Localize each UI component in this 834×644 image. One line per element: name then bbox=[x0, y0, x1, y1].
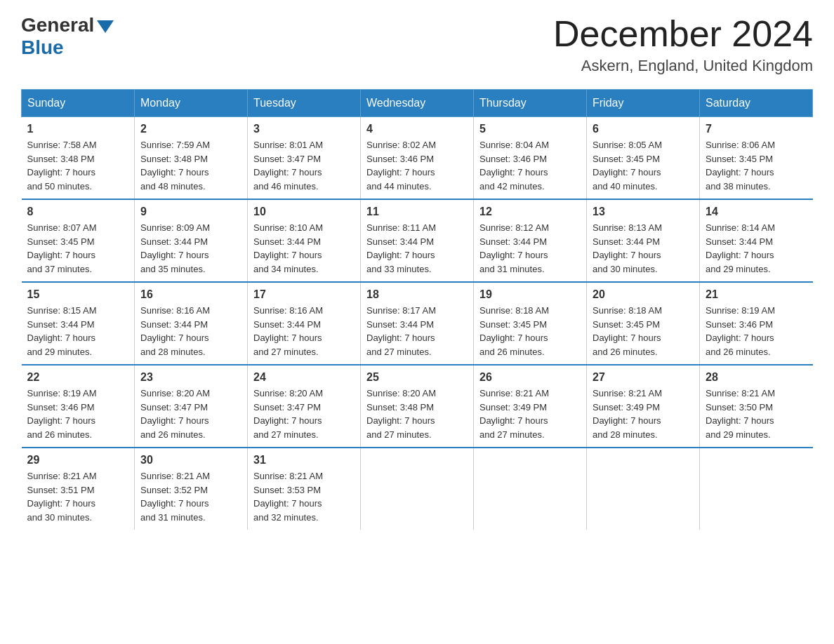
calendar-cell: 14 Sunrise: 8:14 AMSunset: 3:44 PMDaylig… bbox=[700, 199, 813, 282]
day-number: 16 bbox=[140, 288, 241, 301]
logo-general-text: General bbox=[21, 14, 94, 36]
day-number: 11 bbox=[366, 206, 468, 218]
day-info: Sunrise: 8:18 AMSunset: 3:45 PMDaylight:… bbox=[593, 305, 662, 357]
day-number: 21 bbox=[706, 288, 807, 301]
calendar-cell: 26 Sunrise: 8:21 AMSunset: 3:49 PMDaylig… bbox=[474, 365, 587, 448]
calendar-cell: 18 Sunrise: 8:17 AMSunset: 3:44 PMDaylig… bbox=[361, 282, 474, 365]
day-number: 8 bbox=[27, 206, 129, 218]
day-number: 14 bbox=[706, 206, 807, 218]
day-number: 18 bbox=[366, 288, 468, 301]
day-number: 12 bbox=[479, 206, 581, 218]
calendar-cell: 3 Sunrise: 8:01 AMSunset: 3:47 PMDayligh… bbox=[248, 117, 361, 200]
day-number: 22 bbox=[27, 371, 129, 384]
calendar-week-row: 8 Sunrise: 8:07 AMSunset: 3:45 PMDayligh… bbox=[22, 199, 813, 282]
calendar-cell: 6 Sunrise: 8:05 AMSunset: 3:45 PMDayligh… bbox=[587, 117, 700, 200]
calendar-cell: 1 Sunrise: 7:58 AMSunset: 3:48 PMDayligh… bbox=[22, 117, 135, 200]
day-number: 26 bbox=[479, 371, 581, 384]
day-info: Sunrise: 8:18 AMSunset: 3:45 PMDaylight:… bbox=[479, 305, 549, 357]
logo: General Blue bbox=[21, 14, 114, 59]
day-info: Sunrise: 8:19 AMSunset: 3:46 PMDaylight:… bbox=[27, 388, 97, 440]
calendar-cell: 30 Sunrise: 8:21 AMSunset: 3:52 PMDaylig… bbox=[135, 448, 248, 530]
calendar-cell: 23 Sunrise: 8:20 AMSunset: 3:47 PMDaylig… bbox=[135, 365, 248, 448]
calendar-table: SundayMondayTuesdayWednesdayThursdayFrid… bbox=[21, 89, 813, 530]
calendar-title: December 2024 bbox=[553, 14, 813, 54]
calendar-cell: 5 Sunrise: 8:04 AMSunset: 3:46 PMDayligh… bbox=[474, 117, 587, 200]
weekday-header-sunday: Sunday bbox=[22, 90, 135, 117]
calendar-cell: 24 Sunrise: 8:20 AMSunset: 3:47 PMDaylig… bbox=[248, 365, 361, 448]
calendar-cell: 17 Sunrise: 8:16 AMSunset: 3:44 PMDaylig… bbox=[248, 282, 361, 365]
calendar-week-row: 22 Sunrise: 8:19 AMSunset: 3:46 PMDaylig… bbox=[22, 365, 813, 448]
calendar-subtitle: Askern, England, United Kingdom bbox=[553, 57, 813, 75]
day-number: 29 bbox=[27, 454, 129, 467]
calendar-cell bbox=[587, 448, 700, 530]
day-info: Sunrise: 8:19 AMSunset: 3:46 PMDaylight:… bbox=[706, 305, 775, 357]
day-info: Sunrise: 8:16 AMSunset: 3:44 PMDaylight:… bbox=[253, 305, 323, 357]
calendar-cell: 4 Sunrise: 8:02 AMSunset: 3:46 PMDayligh… bbox=[361, 117, 474, 200]
day-info: Sunrise: 8:13 AMSunset: 3:44 PMDaylight:… bbox=[593, 222, 662, 274]
day-info: Sunrise: 8:07 AMSunset: 3:45 PMDaylight:… bbox=[27, 222, 97, 274]
day-info: Sunrise: 7:58 AMSunset: 3:48 PMDaylight:… bbox=[27, 140, 97, 192]
title-section: December 2024 Askern, England, United Ki… bbox=[553, 14, 813, 75]
day-info: Sunrise: 8:20 AMSunset: 3:48 PMDaylight:… bbox=[366, 388, 436, 440]
weekday-header-tuesday: Tuesday bbox=[248, 90, 361, 117]
day-number: 24 bbox=[253, 371, 355, 384]
day-info: Sunrise: 8:21 AMSunset: 3:51 PMDaylight:… bbox=[27, 471, 97, 523]
day-number: 25 bbox=[366, 371, 468, 384]
day-info: Sunrise: 8:21 AMSunset: 3:49 PMDaylight:… bbox=[479, 388, 549, 440]
day-info: Sunrise: 8:09 AMSunset: 3:44 PMDaylight:… bbox=[140, 222, 210, 274]
calendar-cell: 31 Sunrise: 8:21 AMSunset: 3:53 PMDaylig… bbox=[248, 448, 361, 530]
logo-text: General bbox=[21, 14, 114, 36]
calendar-cell: 21 Sunrise: 8:19 AMSunset: 3:46 PMDaylig… bbox=[700, 282, 813, 365]
day-info: Sunrise: 8:20 AMSunset: 3:47 PMDaylight:… bbox=[253, 388, 323, 440]
weekday-header-thursday: Thursday bbox=[474, 90, 587, 117]
calendar-cell: 9 Sunrise: 8:09 AMSunset: 3:44 PMDayligh… bbox=[135, 199, 248, 282]
weekday-header-wednesday: Wednesday bbox=[361, 90, 474, 117]
page-header: General Blue December 2024 Askern, Engla… bbox=[21, 14, 813, 75]
day-number: 7 bbox=[706, 123, 807, 135]
day-info: Sunrise: 8:01 AMSunset: 3:47 PMDaylight:… bbox=[253, 140, 323, 192]
day-number: 4 bbox=[366, 123, 468, 135]
day-number: 30 bbox=[140, 454, 241, 467]
weekday-header-saturday: Saturday bbox=[700, 90, 813, 117]
calendar-cell: 15 Sunrise: 8:15 AMSunset: 3:44 PMDaylig… bbox=[22, 282, 135, 365]
day-number: 15 bbox=[27, 288, 129, 301]
day-number: 5 bbox=[479, 123, 581, 135]
day-number: 2 bbox=[140, 123, 241, 135]
day-number: 31 bbox=[253, 454, 355, 467]
day-number: 28 bbox=[706, 371, 807, 384]
calendar-cell: 19 Sunrise: 8:18 AMSunset: 3:45 PMDaylig… bbox=[474, 282, 587, 365]
day-number: 27 bbox=[593, 371, 694, 384]
day-info: Sunrise: 7:59 AMSunset: 3:48 PMDaylight:… bbox=[140, 140, 210, 192]
calendar-week-row: 15 Sunrise: 8:15 AMSunset: 3:44 PMDaylig… bbox=[22, 282, 813, 365]
calendar-cell: 16 Sunrise: 8:16 AMSunset: 3:44 PMDaylig… bbox=[135, 282, 248, 365]
day-number: 6 bbox=[593, 123, 694, 135]
calendar-cell: 11 Sunrise: 8:11 AMSunset: 3:44 PMDaylig… bbox=[361, 199, 474, 282]
day-number: 13 bbox=[593, 206, 694, 218]
logo-blue-text: Blue bbox=[21, 36, 64, 59]
day-number: 10 bbox=[253, 206, 355, 218]
weekday-header-row: SundayMondayTuesdayWednesdayThursdayFrid… bbox=[22, 90, 813, 117]
weekday-header-friday: Friday bbox=[587, 90, 700, 117]
calendar-cell: 12 Sunrise: 8:12 AMSunset: 3:44 PMDaylig… bbox=[474, 199, 587, 282]
weekday-header-monday: Monday bbox=[135, 90, 248, 117]
calendar-cell: 22 Sunrise: 8:19 AMSunset: 3:46 PMDaylig… bbox=[22, 365, 135, 448]
calendar-cell: 28 Sunrise: 8:21 AMSunset: 3:50 PMDaylig… bbox=[700, 365, 813, 448]
calendar-cell: 29 Sunrise: 8:21 AMSunset: 3:51 PMDaylig… bbox=[22, 448, 135, 530]
calendar-week-row: 29 Sunrise: 8:21 AMSunset: 3:51 PMDaylig… bbox=[22, 448, 813, 530]
day-number: 23 bbox=[140, 371, 241, 384]
day-number: 3 bbox=[253, 123, 355, 135]
day-info: Sunrise: 8:12 AMSunset: 3:44 PMDaylight:… bbox=[479, 222, 549, 274]
day-info: Sunrise: 8:10 AMSunset: 3:44 PMDaylight:… bbox=[253, 222, 323, 274]
day-info: Sunrise: 8:14 AMSunset: 3:44 PMDaylight:… bbox=[706, 222, 775, 274]
day-info: Sunrise: 8:21 AMSunset: 3:50 PMDaylight:… bbox=[706, 388, 775, 440]
calendar-cell: 20 Sunrise: 8:18 AMSunset: 3:45 PMDaylig… bbox=[587, 282, 700, 365]
day-number: 1 bbox=[27, 123, 129, 135]
calendar-cell bbox=[700, 448, 813, 530]
day-info: Sunrise: 8:15 AMSunset: 3:44 PMDaylight:… bbox=[27, 305, 97, 357]
day-number: 17 bbox=[253, 288, 355, 301]
day-info: Sunrise: 8:21 AMSunset: 3:52 PMDaylight:… bbox=[140, 471, 210, 523]
calendar-cell: 27 Sunrise: 8:21 AMSunset: 3:49 PMDaylig… bbox=[587, 365, 700, 448]
calendar-cell: 8 Sunrise: 8:07 AMSunset: 3:45 PMDayligh… bbox=[22, 199, 135, 282]
day-info: Sunrise: 8:05 AMSunset: 3:45 PMDaylight:… bbox=[593, 140, 662, 192]
day-info: Sunrise: 8:06 AMSunset: 3:45 PMDaylight:… bbox=[706, 140, 775, 192]
